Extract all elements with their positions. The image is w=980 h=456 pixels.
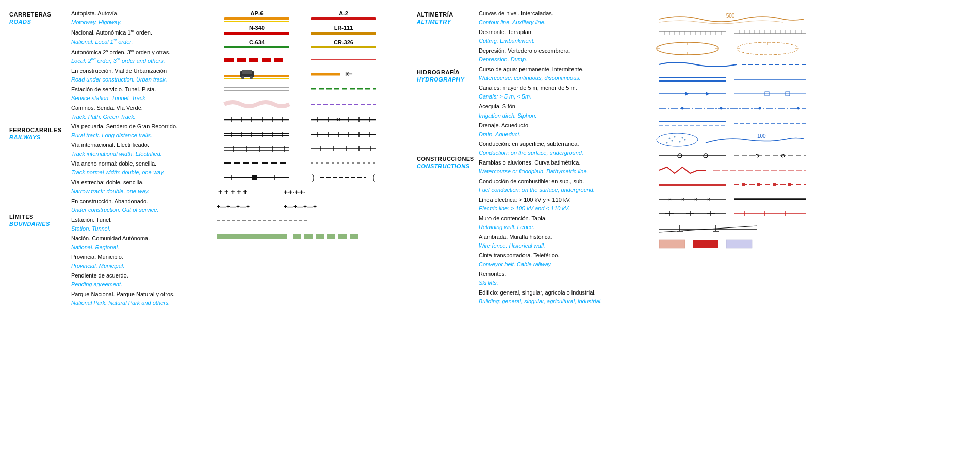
sym-rail-intl-left <box>216 114 298 125</box>
sym-conduccion <box>654 116 975 131</box>
svg-rect-195 <box>693 240 718 248</box>
desc-provincia: Provincia. Municipio. Provincial. Munici… <box>71 253 211 270</box>
svg-rect-89 <box>304 234 313 239</box>
rail-normal-right-sym <box>310 128 377 140</box>
label-hydrography: HYDROGRAPHY <box>417 76 479 83</box>
svg-rect-87 <box>217 234 287 239</box>
sym-rail-normal <box>216 127 391 141</box>
svg-rect-12 <box>311 46 376 48</box>
svg-point-153 <box>672 140 673 142</box>
desc-cinta: Cinta transportadora. Teleférico. Convey… <box>479 251 650 269</box>
sym-rail-const-left <box>216 157 298 169</box>
label-roads: ROADS <box>9 19 71 25</box>
ramblas-sym: 100 <box>654 132 809 148</box>
sym-electrica <box>654 163 975 177</box>
sym-muro <box>654 177 975 192</box>
svg-text:CR-326: CR-326 <box>334 39 353 45</box>
svg-rect-2 <box>224 21 289 22</box>
svg-rect-167 <box>742 183 745 186</box>
desc-rail-estacion: Estación. Túnel. Station. Tunnel. <box>71 216 211 233</box>
sym-rail-narrow-right <box>302 143 385 154</box>
pecuaria-right-sym <box>310 97 377 111</box>
desc-rail-normal: Vía ancho normal: doble, sencilla. Track… <box>71 159 211 177</box>
nacion-right-sym: +·+·+·+· <box>283 186 355 198</box>
sym-cinta <box>654 206 975 221</box>
sym-parque <box>216 228 391 243</box>
sym-ap6: AP-6 <box>216 10 298 23</box>
descriptions-left: Autopista. Autovía. Motorway. Highway. N… <box>71 9 216 308</box>
desc-autonomica: Autonómica 2ª orden. 3er orden y otras. … <box>71 47 211 66</box>
sym-motorway: AP-6 A-2 <box>216 9 391 24</box>
desc-nacional: Nacional. Autonómica 1er orden. National… <box>71 28 211 46</box>
tunnel-right-sym: ⇤ <box>310 68 377 81</box>
svg-rect-170 <box>788 183 791 186</box>
desc-rail-construccion: En construcción. Abandonado. Under const… <box>71 197 211 215</box>
muro-sym <box>654 178 809 191</box>
desmonte-sym <box>654 25 809 40</box>
desc-nacion: Nación. Comunidad Autónoma. National. Re… <box>71 234 211 252</box>
rail-narrow-right-sym <box>310 143 377 154</box>
sym-servicio-left <box>216 68 298 81</box>
road-const-right-sym <box>310 55 377 65</box>
sym-rail-estacion-left <box>216 171 298 184</box>
sym-nacion: + + + + + +·+·+·+· <box>216 185 391 199</box>
lr111-symbol: LR-111 <box>310 25 377 37</box>
desc-caminos: Caminos. Senda. Vía Verde. Track. Path. … <box>71 104 211 121</box>
pendiente-sym <box>216 215 319 226</box>
sym-pendiente <box>216 214 391 228</box>
svg-point-142 <box>681 107 684 110</box>
rail-estacion-left-sym <box>223 171 290 184</box>
sym-rail-normal-right <box>302 128 385 140</box>
svg-rect-13 <box>224 58 234 62</box>
sym-rail-normal-left <box>216 128 298 140</box>
sym-desmonte <box>654 25 975 40</box>
svg-point-154 <box>679 141 681 143</box>
label-boundaries: BOUNDARIES <box>9 221 71 227</box>
label-constructions: CONSTRUCTIONS <box>417 163 479 169</box>
desc-desmonte: Desmonte. Terraplan. Cutting. Embankment… <box>479 28 650 45</box>
svg-rect-92 <box>338 234 347 239</box>
svg-marker-136 <box>685 92 689 96</box>
desc-drenaje: Drenaje. Acueducto. Drain. Aqueduct. <box>479 121 650 139</box>
nacion-left-sym: + + + + + <box>216 186 283 198</box>
electrica-sym <box>654 164 809 176</box>
left-panel: CARRETERAS ROADS FERROCARRILES RAILWAYS … <box>9 9 401 308</box>
desc-combustible: Conducción de combustible: en sup., sub.… <box>479 177 650 194</box>
page: CARRETERAS ROADS FERROCARRILES RAILWAYS … <box>0 0 980 314</box>
svg-point-23 <box>241 76 244 79</box>
sym-autonomica: C-634 CR-326 <box>216 38 391 53</box>
desc-conduccion: Conducción: en superficie, subterranea. … <box>479 140 650 157</box>
desc-alambrada: Alambrada. Muralla histórica. Wire fence… <box>479 233 650 250</box>
label-altimetria: ALTIMETRÍA <box>417 11 479 18</box>
sym-pecuaria-right <box>302 97 385 111</box>
caminos-left-sym <box>223 84 290 94</box>
drenaje-sym <box>654 102 809 115</box>
sym-caminos-right <box>302 84 385 94</box>
svg-point-144 <box>759 107 761 110</box>
svg-text:C-634: C-634 <box>249 39 265 45</box>
sym-road-const-right <box>302 55 385 65</box>
desc-remontes: Remontes. Ski lifts. <box>479 270 650 287</box>
sym-rail-const <box>216 156 391 170</box>
desc-servicio: Estación de servicio. Tunel. Pista. Serv… <box>71 85 211 103</box>
sym-lr111: LR-111 <box>302 25 385 37</box>
servicio-left-sym <box>223 68 290 81</box>
sym-depresion <box>654 40 975 57</box>
svg-text:+·+·+·+·: +·+·+·+· <box>284 189 305 196</box>
sym-cr326: CR-326 <box>302 39 385 52</box>
svg-text:⇤: ⇤ <box>345 69 353 79</box>
desc-ramblas: Ramblas o aluviones. Curva batimétrica. … <box>479 158 650 176</box>
caminos-right-sym <box>310 84 377 94</box>
cr326-symbol: CR-326 <box>310 39 377 52</box>
svg-text:+ + + + +: + + + + + <box>218 188 247 196</box>
svg-text:100: 100 <box>757 133 766 139</box>
sym-rail-const-right <box>302 157 385 169</box>
svg-rect-169 <box>773 183 776 186</box>
sym-rail-intl-right: ✕ <box>302 114 385 125</box>
desc-electrica: Línea electrica: > 100 kV y < 110 kV. El… <box>479 196 650 213</box>
svg-rect-20 <box>224 78 289 79</box>
svg-text:×: × <box>668 197 672 202</box>
svg-rect-6 <box>224 32 289 35</box>
svg-rect-196 <box>726 240 752 248</box>
sym-a2: A-2 <box>302 10 385 23</box>
